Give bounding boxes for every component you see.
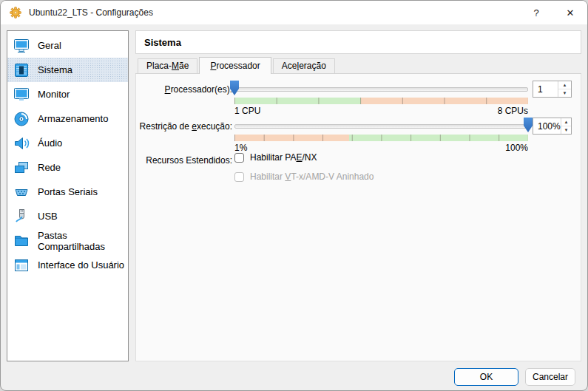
label-pre: Habilitar PA xyxy=(250,152,296,163)
sidebar-item-label: Interface do Usuário xyxy=(38,259,124,271)
slider-zone xyxy=(234,98,361,104)
execution-cap-label: Restrição de execução: xyxy=(140,121,232,132)
sidebar-item-label: Portas Seriais xyxy=(38,186,98,197)
tab-aceleracao[interactable]: Aceleração xyxy=(273,58,335,73)
processor-tab-page: Processador(es): 1 CPU 8 CPUs 1 ▲ ▼ Rest… xyxy=(135,74,581,361)
checkbox-label: Habilitar VT-x/AMD-V Aninhado xyxy=(250,171,374,182)
tab-label-post: ãe xyxy=(179,61,189,71)
tab-label-accel: M xyxy=(172,61,179,71)
slider-min-label: 1 CPU xyxy=(234,106,260,116)
nested-vtx-checkbox xyxy=(234,172,244,182)
sidebar-item-portas-seriais[interactable]: Portas Seriais xyxy=(7,180,128,204)
titlebar: Ubuntu22_LTS - Configurações ? ✕ xyxy=(1,1,587,24)
label-pre: Habilitar xyxy=(250,171,285,182)
slider-max-label: 100% xyxy=(505,143,528,153)
sidebar-item-interface-do-usuario[interactable]: Interface do Usuário xyxy=(7,253,128,277)
sidebar-item-label: Pastas Compartilhadas xyxy=(38,230,128,252)
serial-port-icon xyxy=(13,183,30,201)
label-post: xecução: xyxy=(197,121,232,132)
sidebar-item-label: Rede xyxy=(38,162,61,173)
label-text: Recursos Estendidos: xyxy=(146,155,232,166)
network-icon xyxy=(13,159,30,177)
sidebar-item-sistema[interactable]: Sistema xyxy=(7,58,128,82)
label-accel: e xyxy=(192,121,197,132)
execution-cap-spinbox[interactable]: 100% ▲ ▼ xyxy=(533,118,572,135)
slider-max-label: 8 CPUs xyxy=(498,106,528,116)
sidebar-item-monitor[interactable]: Monitor xyxy=(7,82,128,106)
folder-icon xyxy=(13,232,30,250)
sidebar-item-label: Monitor xyxy=(38,89,70,100)
slider-minmax-labels: 1 CPU 8 CPUs xyxy=(234,106,528,116)
slider-zone xyxy=(234,135,349,141)
slider-zone xyxy=(361,98,528,104)
slider-color-band xyxy=(234,98,528,104)
processor-count-slider: 1 CPU 8 CPUs xyxy=(234,81,528,115)
help-button[interactable]: ? xyxy=(519,1,553,24)
slider-minmax-labels: 1% 100% xyxy=(234,143,528,153)
label-post: T-x/AMD-V Aninhado xyxy=(291,171,374,182)
sidebar-item-armazenamento[interactable]: Armazenamento xyxy=(7,106,128,131)
spin-up-icon[interactable]: ▲ xyxy=(561,118,571,126)
tab-label-pre: Placa- xyxy=(146,61,172,71)
sidebar-item-audio[interactable]: Áudio xyxy=(7,131,128,155)
ui-window-icon xyxy=(13,256,30,274)
tab-label-pre: Ace xyxy=(282,61,297,71)
sidebar-item-label: Armazenamento xyxy=(38,113,108,124)
processor-count-spinbox[interactable]: 1 ▲ ▼ xyxy=(533,81,572,98)
chip-icon xyxy=(13,61,30,79)
settings-dialog: Ubuntu22_LTS - Configurações ? ✕ Geral S… xyxy=(0,0,588,391)
slider-groove[interactable] xyxy=(234,87,528,92)
display-icon xyxy=(13,37,30,55)
window-title: Ubuntu22_LTS - Configurações xyxy=(29,7,153,18)
tab-processador[interactable]: Processador xyxy=(199,57,271,74)
page-title-text: Sistema xyxy=(144,37,181,48)
extended-features-label: Recursos Estendidos: xyxy=(146,155,232,166)
sidebar-item-label: USB xyxy=(38,211,58,222)
spinbox-buttons: ▲ ▼ xyxy=(558,81,571,97)
sidebar-item-label: Áudio xyxy=(38,137,62,149)
spin-down-icon[interactable]: ▼ xyxy=(561,126,571,134)
checkbox-label: Habilitar PAE/NX xyxy=(250,152,317,163)
label-post: /NX xyxy=(302,152,317,163)
sidebar-item-usb[interactable]: USB xyxy=(7,204,128,228)
label-accel: P xyxy=(165,84,171,95)
spin-down-icon[interactable]: ▼ xyxy=(558,89,571,97)
sidebar-item-label: Sistema xyxy=(38,64,72,75)
processor-count-label: Processador(es): xyxy=(165,84,232,95)
slider-min-label: 1% xyxy=(234,143,247,153)
disk-icon xyxy=(13,110,30,128)
page-title: Sistema xyxy=(135,30,581,54)
pae-nx-checkbox-row: Habilitar PAE/NX xyxy=(234,152,317,163)
close-button[interactable]: ✕ xyxy=(553,1,587,24)
cancel-button[interactable]: Cancelar xyxy=(525,368,575,386)
sidebar-item-pastas-compartilhadas[interactable]: Pastas Compartilhadas xyxy=(7,228,128,253)
monitor-icon xyxy=(13,86,30,103)
nested-vtx-checkbox-row: Habilitar VT-x/AMD-V Aninhado xyxy=(234,171,374,182)
ok-button[interactable]: OK xyxy=(454,368,518,386)
sidebar-item-geral[interactable]: Geral xyxy=(7,33,128,58)
tab-placa-mae[interactable]: Placa-Mãe xyxy=(138,58,197,73)
sidebar-item-rede[interactable]: Rede xyxy=(7,155,128,180)
sidebar-item-label: Geral xyxy=(38,40,61,51)
settings-category-list: Geral Sistema Monitor Armazenamento Áudi… xyxy=(7,30,129,361)
execution-cap-slider: 1% 100% xyxy=(234,118,528,152)
label-pre: Restrição de xyxy=(140,121,192,132)
slider-zone xyxy=(349,135,528,141)
pae-nx-checkbox[interactable] xyxy=(234,153,244,163)
usb-icon xyxy=(13,208,30,225)
spinbox-buttons: ▲ ▼ xyxy=(561,118,571,134)
slider-handle[interactable] xyxy=(524,118,533,132)
spinbox-value[interactable]: 1 xyxy=(533,81,558,97)
gear-icon xyxy=(9,6,22,19)
tab-label-post: eração xyxy=(299,61,326,71)
speaker-icon xyxy=(13,135,30,152)
tab-label-post: rocessador xyxy=(216,61,260,71)
spin-up-icon[interactable]: ▲ xyxy=(558,81,571,89)
system-tabs: Placa-Mãe Processador Aceleração xyxy=(135,58,581,74)
label-post: rocessador(es): xyxy=(171,84,232,95)
slider-color-band xyxy=(234,135,528,141)
slider-groove[interactable] xyxy=(234,124,528,129)
spinbox-value[interactable]: 100% xyxy=(533,118,561,134)
